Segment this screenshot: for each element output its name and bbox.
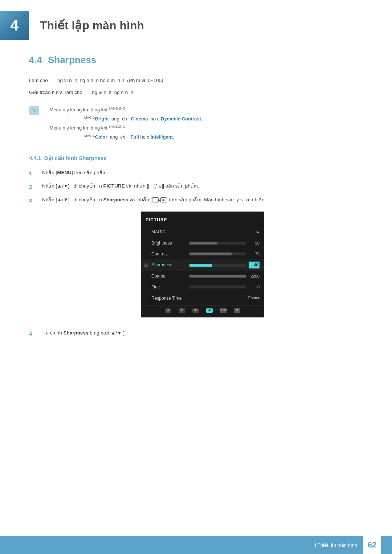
subsection-title: Đặt cấu hình Sharpness — [44, 155, 107, 161]
footer-page-number: 62 — [363, 536, 381, 554]
note-icon-symbol: ✎ — [32, 108, 36, 113]
step-3: 3 Nhấn [▲/▼] di chuyển n Sharpness và nh… — [29, 196, 363, 325]
step-4-text: i u ch nh Sharpness b ng nœt ▲/▼ ]. — [42, 329, 363, 337]
value-sharpness: 40 — [249, 262, 260, 268]
bar-fine — [189, 286, 246, 288]
step-4-number: 4 — [29, 329, 40, 338]
step-3-line: Nhấn [▲/▼] di chuyển n Sharpness và nhấn… — [42, 196, 363, 204]
section-number: 4.4 — [29, 54, 42, 66]
step-2-number: 2 — [29, 182, 40, 192]
bar-sharpness — [189, 264, 246, 267]
monitor-icon-inline — [148, 184, 155, 189]
fill-brightness — [189, 242, 218, 245]
menu-item-magic: MAGIC ▶ — [141, 226, 264, 237]
subsection-heading: 4.4.1 Đặt cấu hình Sharpness — [29, 155, 363, 161]
divider-sharpness: : — [183, 262, 184, 268]
step-2: 2 Nhấn [▲/▼] di chuyển n PICTURE và nhấn… — [29, 182, 363, 192]
section-title: Sharpness — [48, 54, 96, 66]
value-contrast: 75 — [249, 251, 260, 258]
menu-item-response: Response Time : Faster — [141, 293, 264, 304]
note-line-1: ∙ Menu n y kh ng kh d ng khi SAMSUNG MAG… — [44, 106, 203, 124]
value-response: Faster — [248, 295, 260, 301]
menu-bottom-bar: ◄ ▼ ✚ ⊞ AUTO — [141, 305, 264, 314]
steps-list: 1 Nhấn [MENU] trên sản phẩm. 2 Nhấn [▲/▼… — [29, 169, 363, 338]
btn-plus: ✚ — [192, 308, 199, 313]
arrow-icon: ▶ — [257, 229, 260, 235]
menu-label-contrast: Contrast — [151, 250, 180, 258]
section-heading: 4.4 Sharpness — [29, 54, 363, 66]
btn-enter: ⊞ — [206, 308, 213, 313]
btn-left: ◄ — [165, 308, 171, 313]
menu-screenshot: PICTURE MAGIC ▶ Brightness : — [141, 212, 264, 317]
step-1-number: 1 — [29, 169, 40, 178]
menu-label-magic: MAGIC — [151, 228, 260, 235]
chapter-number: 4 — [10, 17, 19, 34]
value-coarse: 2200 — [249, 273, 260, 280]
subsection-number: 4.4.1 — [29, 155, 41, 161]
step-4: 4 i u ch nh Sharpness b ng nœt ▲/▼ ]. — [29, 329, 363, 338]
btn-down: ▼ — [179, 308, 185, 313]
divider-response: : — [244, 295, 245, 301]
page-footer: 4 Thiết lập màn hình 62 — [0, 536, 392, 554]
divider-brightness: : — [183, 240, 184, 246]
step-3-number: 3 — [29, 196, 40, 205]
step-2-text: Nhấn [▲/▼] di chuyển n PICTURE và nhấn [… — [42, 182, 363, 190]
menu-item-contrast: Contrast : 75 — [141, 249, 264, 259]
fill-contrast — [189, 253, 232, 255]
step-3-wrap: Nhấn [▲/▼] di chuyển n Sharpness và nhấn… — [42, 196, 363, 325]
footer-text: 4 Thiết lập màn hình — [314, 542, 357, 548]
main-content: 4.4 Sharpness Làm cho ng vi n it ng ri h… — [0, 54, 392, 375]
paragraph-2: Giải trcao h n s làm cho ng vi n it ng r… — [29, 89, 363, 97]
menu-label-sharpness: Sharpness — [146, 261, 180, 268]
note-line-2: ∙ Menu n y kh ng kh d ng khi SAMSUNG MAG… — [44, 124, 203, 142]
menu-title: PICTURE — [141, 215, 264, 226]
monitor-icon-2 — [152, 197, 159, 202]
menu-label-coarse: Coarse — [151, 272, 180, 280]
chapter-badge: 4 — [0, 11, 29, 40]
note-lines: ∙ Menu n y kh ng kh d ng khi SAMSUNG MAG… — [44, 106, 203, 142]
bar-contrast — [189, 253, 246, 255]
btn-gear: ⚙ — [234, 308, 240, 313]
step-1-text: Nhấn [MENU] trên sản phẩm. — [42, 169, 363, 177]
step-1: 1 Nhấn [MENU] trên sản phẩm. — [29, 169, 363, 178]
btn-auto: AUTO — [220, 308, 226, 313]
menu-label-brightness: Brightness — [151, 239, 180, 247]
menu-item-coarse: Coarse : 2200 — [141, 271, 264, 282]
menu-item-sharpness: ▦ Sharpness : 40 — [141, 259, 264, 270]
fill-sharpness — [189, 264, 212, 267]
monitor-icon-menu: ▦ — [144, 261, 148, 269]
menu-label-response: Response Time — [151, 295, 241, 302]
menu-label-fine: Fine — [151, 283, 180, 291]
gear-icon: ⚙ — [234, 308, 240, 313]
divider-coarse: : — [183, 273, 184, 279]
menu-item-fine: Fine : 0 — [141, 282, 264, 292]
page-header: 4 Thiết lập màn hình — [0, 0, 392, 47]
step-3-text: Nhấn [▲/▼] di chuyển n Sharpness và nhấn… — [42, 196, 363, 325]
plus-icon: ✚ — [192, 308, 199, 313]
chapter-title: Thiết lập màn hình — [40, 19, 144, 32]
value-fine: 0 — [249, 284, 260, 291]
note-box: ✎ ∙ Menu n y kh ng kh d ng khi SAMSUNG M… — [29, 103, 363, 144]
down-icon: ▼ — [179, 308, 185, 313]
bar-coarse — [189, 275, 246, 278]
left-icon: ◄ — [165, 308, 171, 313]
enter-icon: ⊞ — [206, 308, 213, 313]
note-icon: ✎ — [29, 106, 39, 115]
paragraph-1: Làm cho ng vi n it ng ri h n ho c m h n.… — [29, 77, 363, 85]
fill-coarse — [189, 275, 246, 278]
menu-item-brightness: Brightness : 50 — [141, 238, 264, 249]
divider-fine: : — [183, 284, 184, 290]
auto-icon: AUTO — [220, 308, 226, 313]
divider-contrast: : — [183, 251, 184, 257]
bar-brightness — [189, 242, 246, 245]
value-brightness: 50 — [249, 240, 260, 247]
